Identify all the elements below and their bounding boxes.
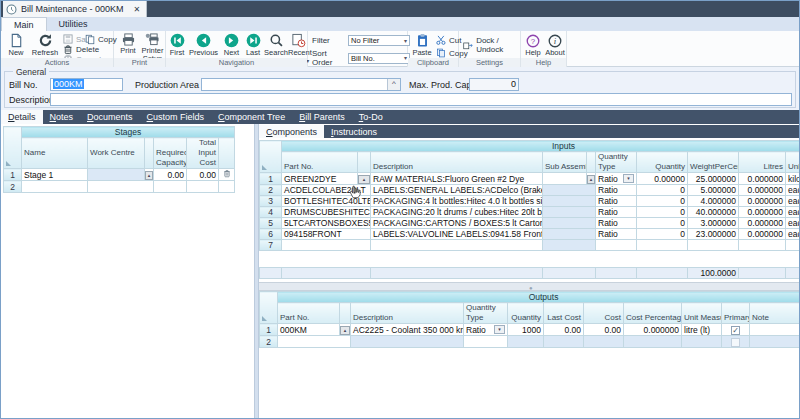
outputs-corner-cell[interactable] xyxy=(260,292,278,324)
description-input[interactable] xyxy=(50,93,792,106)
quantity-cell[interactable]: 0 xyxy=(637,207,688,218)
stages-corner-cell[interactable] xyxy=(4,127,22,169)
sub-assembly-lookup-cell[interactable] xyxy=(587,173,596,185)
quantity-type-cell[interactable]: Ratio xyxy=(596,173,637,185)
outputs-header-quantity-type[interactable]: Quantity Type xyxy=(464,303,508,324)
tab-component-tree[interactable]: Component Tree xyxy=(211,110,292,124)
description-cell[interactable]: LABELS:GENERAL LABELS:ACDelco (Brake Flu… xyxy=(371,185,543,196)
part-no-cell[interactable]: 000KM xyxy=(278,324,340,336)
sub-assembly-cell[interactable] xyxy=(543,218,596,229)
next-button[interactable]: Next xyxy=(220,33,243,57)
outputs-header-unit-measure[interactable]: Unit Measure xyxy=(682,303,722,324)
row-number[interactable]: 2 xyxy=(260,185,282,196)
first-button[interactable]: First xyxy=(167,33,187,57)
stages-header-required-capacity[interactable]: Required Capacity xyxy=(154,138,187,169)
sub-assembly-cell[interactable] xyxy=(543,229,596,240)
about-button[interactable]: i About xyxy=(544,34,566,57)
delete-stage-cell[interactable] xyxy=(219,181,235,193)
weightpercent-cell[interactable]: 23.000000 xyxy=(688,229,739,240)
outputs-header-cost-percentage[interactable]: Cost Percentage xyxy=(624,303,682,324)
litres-cell[interactable]: 0.000000 xyxy=(739,229,786,240)
production-area-combo[interactable] xyxy=(201,78,401,91)
cost-percentage-cell[interactable]: 0.000000 xyxy=(624,324,682,336)
outputs-header-quantity[interactable]: Quantity xyxy=(508,303,544,324)
tab-bill-parents[interactable]: Bill Parents xyxy=(292,110,352,124)
stages-header-name[interactable]: Name xyxy=(22,138,88,169)
last-button[interactable]: Last xyxy=(243,33,263,57)
note-cell[interactable] xyxy=(750,336,800,348)
max-prod-input[interactable]: 0 xyxy=(469,78,519,91)
inputs-header-part-no[interactable]: Part No. xyxy=(282,152,358,173)
row-number[interactable]: 1 xyxy=(260,173,282,185)
tab-documents[interactable]: Documents xyxy=(80,110,140,124)
row-number[interactable]: 4 xyxy=(260,207,282,218)
tab-instructions[interactable]: Instructions xyxy=(324,125,384,138)
primary-checkbox-cell[interactable] xyxy=(722,336,750,348)
total-input-cost-cell[interactable]: 0.00 xyxy=(187,169,219,181)
part-no-cell[interactable] xyxy=(282,240,371,251)
part-no-cell[interactable]: 5LTCARTONSBOXES5LTCARTONS xyxy=(282,218,371,229)
unit-cell[interactable] xyxy=(786,240,800,251)
row-number[interactable]: 1 xyxy=(4,169,22,181)
unit-cell[interactable]: each xyxy=(786,185,800,196)
dropdown-arrow-icon[interactable] xyxy=(623,174,634,183)
outputs-header-cost[interactable]: Cost xyxy=(584,303,624,324)
unit-cell[interactable]: each xyxy=(786,229,800,240)
unit-cell[interactable]: kilogram xyxy=(786,173,800,185)
row-number[interactable]: 3 xyxy=(260,196,282,207)
quantity-type-cell[interactable]: Ratio xyxy=(596,218,637,229)
quantity-type-cell[interactable]: Ratio xyxy=(596,207,637,218)
previous-button[interactable]: Previous xyxy=(187,33,220,57)
paste-button[interactable]: Paste xyxy=(410,33,434,57)
tab-notes[interactable]: Notes xyxy=(43,110,81,124)
outputs-header-note[interactable]: Note xyxy=(750,303,800,324)
row-number[interactable]: 7 xyxy=(260,240,282,251)
quantity-cell[interactable]: 1000 xyxy=(508,324,544,336)
quantity-cell[interactable] xyxy=(637,240,688,251)
filter-dropdown[interactable]: No Filter xyxy=(348,35,410,46)
new-button[interactable]: New xyxy=(3,33,29,57)
cut-button[interactable]: Cut xyxy=(436,35,461,45)
trash-icon[interactable] xyxy=(223,169,231,178)
part-no-cell[interactable] xyxy=(278,336,351,348)
inputs-header-quantity-type[interactable]: Quantity Type xyxy=(596,152,637,173)
tab-utilities[interactable]: Utilities xyxy=(47,17,100,31)
inputs-header-description[interactable]: Description xyxy=(371,152,543,173)
part-no-cell[interactable]: DRUMSCUBESHITEC20LTBLACK xyxy=(282,207,371,218)
dock-undock-button[interactable]: Dock / Undock xyxy=(463,36,520,54)
unit-measure-cell[interactable]: litre (lt) xyxy=(682,324,722,336)
litres-cell[interactable]: 0.000000 xyxy=(739,196,786,207)
row-number[interactable]: 2 xyxy=(260,336,278,348)
lookup-button-icon[interactable] xyxy=(145,171,153,180)
document-tab[interactable]: Bill Maintenance - 000KM xyxy=(3,1,147,17)
description-cell[interactable] xyxy=(351,336,464,348)
quantity-cell[interactable]: 0 xyxy=(637,218,688,229)
tab-main[interactable]: Main xyxy=(1,17,47,31)
row-number[interactable]: 1 xyxy=(260,324,278,336)
copy-button[interactable]: Copy xyxy=(85,34,117,45)
tab-to-do[interactable]: To-Do xyxy=(352,110,390,124)
sub-assembly-cell[interactable] xyxy=(543,196,596,207)
refresh-button[interactable]: Refresh xyxy=(29,33,61,57)
lookup-button-icon[interactable] xyxy=(358,175,370,184)
unit-cell[interactable]: each xyxy=(786,207,800,218)
description-cell[interactable]: PACKAGING:4 lt bottles:Hitec 4.0 lt bott… xyxy=(371,196,543,207)
outputs-header-last-cost[interactable]: Last Cost xyxy=(544,303,584,324)
description-cell[interactable]: AC2225 - Coolant 350 000 km xyxy=(351,324,464,336)
work-centre-cell[interactable] xyxy=(88,169,145,181)
description-cell[interactable]: PACKAGING:CARTONS / BOXES:5 lt Cartons /… xyxy=(371,218,543,229)
quantity-type-cell[interactable]: Ratio xyxy=(596,185,637,196)
description-cell[interactable]: PACKAGING:20 lt drums / cubes:Hitec 20lt… xyxy=(371,207,543,218)
weightpercent-cell[interactable]: 25.000000 xyxy=(688,173,739,185)
quantity-type-cell[interactable]: Ratio xyxy=(464,324,508,336)
inputs-header-unit[interactable]: Unit xyxy=(786,152,800,173)
description-cell[interactable]: RAW MATERIALS:Fluoro Green #2 Dye xyxy=(371,173,543,185)
cost-percentage-cell[interactable] xyxy=(624,336,682,348)
litres-cell[interactable]: 0.000000 xyxy=(739,218,786,229)
dropdown-arrow-icon[interactable] xyxy=(494,325,505,334)
part-lookup-cell[interactable] xyxy=(358,173,371,185)
row-number[interactable]: 6 xyxy=(260,229,282,240)
row-number[interactable]: 5 xyxy=(260,218,282,229)
combo-expand-icon[interactable] xyxy=(387,79,400,90)
litres-cell[interactable]: 0.000000 xyxy=(739,173,786,185)
